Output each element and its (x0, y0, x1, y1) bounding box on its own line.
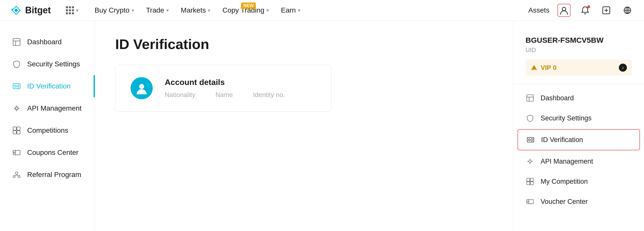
right-shield-icon (526, 114, 535, 123)
right-label-dashboard: Dashboard (541, 94, 574, 102)
sidebar-label-security-settings: Security Settings (27, 60, 80, 68)
nav-earn[interactable]: Earn ▾ (275, 0, 306, 21)
assets-link[interactable]: Assets (528, 6, 549, 14)
vip-bar[interactable]: VIP 0 › (526, 60, 632, 76)
user-uid: UID (526, 47, 632, 54)
name-field: Name (215, 91, 233, 99)
id-verification-icon (12, 82, 21, 91)
right-item-security-settings[interactable]: Security Settings (513, 108, 644, 128)
nav-badge: NEW (241, 3, 256, 9)
avatar (131, 77, 153, 99)
user-icon-btn[interactable] (557, 4, 571, 17)
nav-copy-trading[interactable]: NEW Copy Trading ▾ (216, 0, 275, 21)
nav-right: Assets (528, 4, 634, 17)
user-section: BGUSER-FSMCV5BW UID VIP 0 › (513, 31, 644, 84)
sidebar-label-coupons-center: Coupons Center (27, 149, 78, 157)
svg-rect-12 (13, 150, 20, 155)
sidebar-item-coupons-center[interactable]: Coupons Center (0, 142, 95, 164)
svg-rect-21 (527, 178, 530, 181)
svg-rect-9 (17, 127, 20, 130)
account-details-title: Account details (165, 78, 285, 87)
competitions-icon (12, 126, 21, 135)
svg-point-0 (562, 7, 566, 11)
topnav: Bitget ▾ Buy Crypto ▾ Trade ▾ Markets ▾ … (0, 0, 644, 21)
svg-point-16 (139, 84, 144, 89)
sidebar-label-dashboard: Dashboard (27, 38, 62, 46)
svg-point-19 (529, 139, 531, 141)
svg-rect-25 (527, 200, 533, 204)
sidebar-item-api-management[interactable]: API Management (0, 97, 95, 119)
svg-rect-11 (17, 131, 20, 134)
apps-menu[interactable]: ▾ (66, 6, 78, 14)
sidebar-item-referral-program[interactable]: Referral Program (0, 164, 95, 186)
svg-rect-17 (527, 95, 533, 101)
right-item-api-management[interactable]: API Management (513, 151, 644, 171)
download-icon-btn[interactable] (600, 4, 613, 17)
right-item-id-verification[interactable]: ID Verification (517, 129, 640, 150)
svg-rect-8 (13, 127, 16, 130)
sidebar-item-competitions[interactable]: Competitions (0, 119, 95, 142)
right-item-my-competition[interactable]: My Competition (513, 171, 644, 192)
sidebar-item-id-verification[interactable]: ID Verification (0, 75, 95, 97)
sidebar-label-referral-program: Referral Program (27, 171, 81, 179)
vip-arrow-icon: › (619, 64, 627, 72)
chevron-down-icon: ▾ (132, 7, 134, 13)
chevron-down-icon: ▾ (166, 7, 169, 13)
logo[interactable]: Bitget (10, 4, 51, 16)
svg-rect-22 (530, 178, 533, 181)
page-title: ID Verification (115, 36, 493, 52)
chevron-down-icon: ▾ (208, 7, 210, 13)
user-name: BGUSER-FSMCV5BW (526, 36, 632, 44)
sidebar-label-id-verification: ID Verification (27, 82, 71, 90)
right-label-api-management: API Management (541, 158, 593, 165)
right-label-id-verification: ID Verification (541, 136, 583, 144)
svg-point-6 (14, 85, 16, 87)
language-icon-btn[interactable] (621, 4, 634, 17)
svg-point-20 (529, 160, 531, 162)
right-dashboard-icon (526, 94, 535, 103)
right-voucher-icon (526, 197, 535, 206)
right-api-icon (526, 157, 535, 166)
chevron-down-icon: ▾ (266, 7, 269, 13)
account-card: Account details Nationality Name Identit… (115, 65, 332, 112)
nav-markets[interactable]: Markets ▾ (175, 0, 217, 21)
notification-dot (587, 5, 590, 8)
vip-label-container: VIP 0 (531, 64, 556, 72)
left-sidebar: Dashboard Security Settings ID Verificat… (0, 21, 95, 231)
svg-point-15 (18, 176, 20, 178)
sidebar-label-competitions: Competitions (27, 126, 68, 134)
right-competition-icon (526, 177, 535, 186)
main-layout: Dashboard Security Settings ID Verificat… (0, 21, 644, 231)
api-icon (12, 104, 21, 113)
sidebar-item-security-settings[interactable]: Security Settings (0, 53, 95, 75)
sidebar-item-dashboard[interactable]: Dashboard (0, 31, 95, 53)
vip-label: VIP 0 (541, 64, 556, 72)
dashboard-icon (12, 37, 21, 47)
logo-text: Bitget (25, 5, 51, 16)
account-fields: Nationality Name Identity no. (165, 91, 285, 99)
notification-icon-btn[interactable] (579, 4, 592, 17)
nationality-field: Nationality (165, 91, 195, 99)
svg-rect-4 (13, 38, 20, 45)
nav-trade[interactable]: Trade ▾ (140, 0, 175, 21)
nav-buy-crypto[interactable]: Buy Crypto ▾ (89, 0, 140, 21)
right-panel: BGUSER-FSMCV5BW UID VIP 0 › (513, 21, 644, 231)
coupon-icon (12, 148, 21, 157)
right-label-voucher-center: Voucher Center (541, 198, 588, 206)
sidebar-label-api-management: API Management (27, 104, 82, 112)
identity-field: Identity no. (253, 91, 285, 99)
right-item-dashboard[interactable]: Dashboard (513, 88, 644, 108)
content-area: ID Verification Account details National… (95, 21, 513, 231)
account-info: Account details Nationality Name Identit… (165, 78, 285, 99)
chevron-down-icon: ▾ (298, 7, 300, 13)
referral-icon (12, 170, 21, 179)
svg-point-14 (13, 176, 15, 178)
right-label-security-settings: Security Settings (541, 114, 592, 122)
svg-rect-10 (13, 131, 16, 134)
right-id-icon (526, 135, 535, 144)
right-item-voucher-center[interactable]: Voucher Center (513, 192, 644, 212)
shield-icon (12, 60, 21, 69)
svg-rect-23 (527, 182, 530, 185)
svg-rect-24 (530, 182, 533, 185)
right-label-my-competition: My Competition (541, 178, 588, 186)
